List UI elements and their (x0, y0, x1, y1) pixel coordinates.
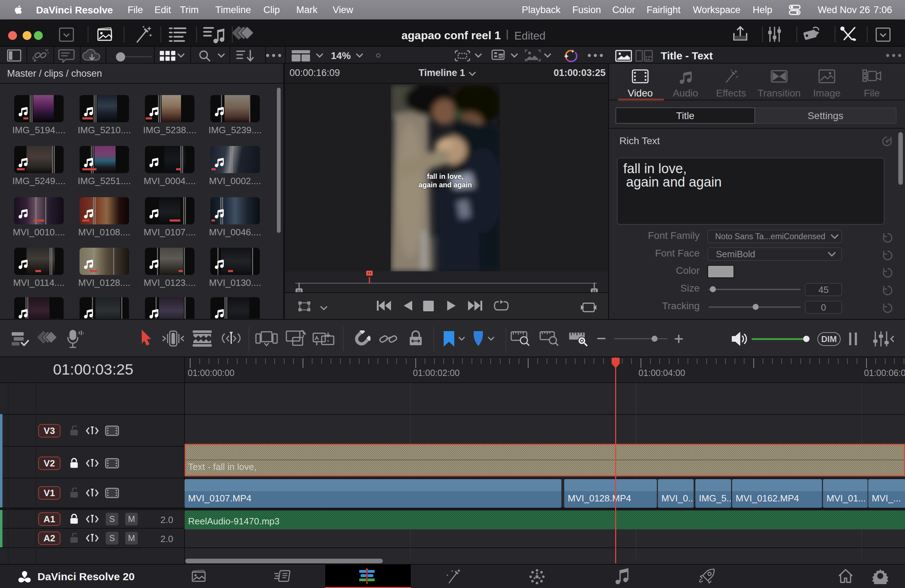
svg-text:HQ: HQ (499, 54, 505, 58)
